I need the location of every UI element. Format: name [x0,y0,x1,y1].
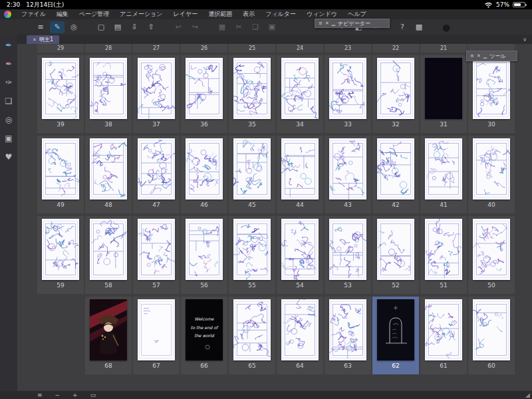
page-thumbnail-41[interactable]: 41 [420,136,467,213]
menu-item-0[interactable]: ファイル [16,10,51,19]
page-thumbnail-37[interactable]: 37 [133,55,180,133]
page-thumbnail-48[interactable]: 48 [85,136,132,213]
rect-select-icon[interactable]: ▦ [215,21,229,33]
page-thumbnail-49[interactable]: 49 [37,136,84,213]
page-thumbnail-43[interactable]: 43 [325,136,371,213]
page-thumbnail-40[interactable]: 40 [468,136,515,213]
page-thumbnail-56[interactable]: 56 [181,216,227,294]
fit-view-icon[interactable]: ▭ [90,391,96,399]
page-thumbnail-47[interactable]: 47 [133,136,180,213]
zoom-in-icon[interactable]: + [72,391,78,399]
object-tool-icon[interactable]: ◎ [66,21,81,33]
close-tab-icon[interactable]: ✕ [33,37,37,43]
tool-palette[interactable]: ≡ ✕ ▁ ツール [466,51,517,61]
palette-minimize-icon[interactable]: ▁ [332,21,335,26]
page-thumbnail-51[interactable]: 51 [420,216,467,294]
page-thumbnail-67[interactable]: 67 [133,297,180,374]
undo-icon[interactable]: ↩ [171,21,186,33]
page-thumbnail-62[interactable]: 62 [372,297,419,374]
page-number-59: 59 [37,281,84,290]
page-thumbnail-42[interactable]: 42 [372,136,419,213]
layers-panel-icon[interactable]: ❏ [2,94,15,108]
page-thumbnail-53[interactable]: 53 [325,216,371,294]
menu-item-5[interactable]: 選択範囲 [203,10,237,19]
page-thumbnail-39[interactable]: 39 [37,55,84,133]
menu-item-4[interactable]: レイヤー [168,10,203,19]
export-icon[interactable]: ⇧ [144,21,158,33]
menu-item-8[interactable]: ウィンドウ [301,10,342,19]
palette-close-icon[interactable]: ✕ [477,53,481,59]
help-icon[interactable]: ? [395,21,410,33]
palette-close-icon[interactable]: ✕ [325,21,329,26]
page-thumbnail-30[interactable]: 30 [468,55,515,133]
pen-stand-blue-icon[interactable]: ✒ [2,39,15,52]
page-thumbnail-66[interactable]: Welcometo the end ofthe world66 [181,297,227,374]
palette-minimize-icon[interactable]: ▁ [483,53,487,59]
palette-menu-icon[interactable]: ≡ [319,21,323,26]
page-thumbnail-33[interactable]: 33 [325,55,371,133]
page-thumbnail-65[interactable]: 65 [229,297,275,374]
new-page-icon[interactable]: ▢ [94,21,108,33]
page-thumbnail-50[interactable]: 50 [468,216,515,294]
thumbnail-menu-icon[interactable]: ≡ [37,391,43,399]
menu-item-9[interactable]: ヘルプ [342,10,372,19]
page-thumbnail-68[interactable]: 68 [85,297,132,374]
page-thumbnail-55[interactable]: 55 [229,216,275,294]
menu-item-7[interactable]: フィルター [260,10,301,19]
materials-panel-icon[interactable]: ▣ [2,132,15,145]
page-number-46: 46 [181,201,227,209]
pen-stand-gray-icon[interactable]: ✑ [2,76,15,89]
page-thumbnail-61[interactable]: 61 [420,297,467,374]
menu-item-6[interactable]: 表示 [237,10,260,19]
tab-list-chevron-icon[interactable]: ∨ [523,37,527,43]
palette-menu-icon[interactable]: ≡ [470,53,474,59]
page-number-45: 45 [229,201,275,209]
import-icon[interactable]: ⇩ [127,21,142,33]
page-number-header-row: 292827262524232221 [37,44,532,53]
page-thumbnail-63[interactable]: 63 [325,297,371,374]
page-thumbnail-45[interactable]: 45 [229,136,275,213]
page-thumbnail-31[interactable]: 31 [420,55,467,133]
page-thumbnail-44[interactable]: 44 [277,136,323,213]
favorites-panel-icon[interactable]: ♥ [2,150,15,164]
main-menu-icon[interactable]: ≡ [33,21,48,33]
menu-item-2[interactable]: ページ管理 [74,10,114,19]
resize-grip-icon[interactable]: ◢ [525,391,530,399]
page-thumbnail-36[interactable]: 36 [181,55,227,133]
page-thumbnail-60[interactable]: 60 [468,297,515,374]
paste-icon[interactable]: ▣ [265,21,279,33]
open-folder-icon[interactable]: ▤ [110,21,125,33]
grid-view-icon[interactable]: ▩ [412,21,426,33]
pen-tool-icon[interactable]: ✎ [50,21,65,33]
page-number-49: 49 [37,201,84,209]
cut-icon[interactable]: ✂ [231,21,246,33]
redo-icon[interactable]: ↪ [188,21,202,33]
page-thumbnail-38[interactable]: 38 [85,55,132,133]
page-thumbnail-35[interactable]: 35 [229,55,275,133]
menu-item-3[interactable]: アニメーション [114,10,168,19]
page-thumbnail-32[interactable]: 32 [372,55,419,133]
menu-item-1[interactable]: 編集 [51,10,74,19]
pen-stand-pink-icon[interactable]: ✒ [2,57,15,70]
page-thumbnail-34[interactable]: 34 [277,55,323,133]
page-number-label-26: 26 [181,44,227,53]
page-thumbnail-46[interactable]: 46 [181,136,227,213]
navigator-palette[interactable]: ≡ ✕ ▁ ナビゲーター [315,19,390,28]
page-thumb-image-51 [425,219,462,280]
page-thumb-image-55 [233,219,271,280]
bottom-bar-icons: ≡−+▭ [0,391,96,399]
page-thumbnail-54[interactable]: 54 [277,216,323,294]
page-thumb-image-32 [377,58,414,119]
page-thumbnail-58[interactable]: 58 [85,216,132,294]
page-thumbnail-57[interactable]: 57 [133,216,180,294]
page-number-60: 60 [468,362,515,370]
main-color-icon[interactable]: ● [439,21,454,33]
document-tab[interactable]: ✕ 明主1 [27,35,59,44]
app-logo-icon[interactable] [4,11,11,18]
zoom-panel-icon[interactable]: ◎ [2,113,15,126]
copy-icon[interactable]: ❏ [248,21,263,33]
page-thumbnail-52[interactable]: 52 [372,216,419,294]
page-thumbnail-64[interactable]: 64 [277,297,323,374]
zoom-out-icon[interactable]: − [55,391,61,399]
page-thumbnail-59[interactable]: 59 [37,216,84,294]
